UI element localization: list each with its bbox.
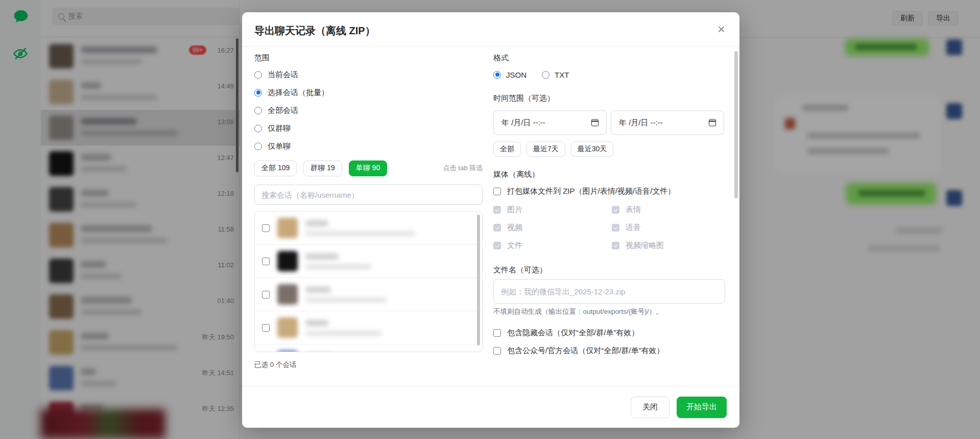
scope-option-current[interactable]: 当前会话 (254, 70, 483, 80)
filename-input[interactable] (493, 279, 725, 304)
media-type-label: 表情 (626, 205, 641, 215)
name-blur (305, 287, 331, 293)
time-filter-last30days[interactable]: 最近30天 (571, 142, 614, 157)
radio-icon[interactable] (542, 71, 549, 79)
radio-selected-icon[interactable] (493, 71, 501, 79)
scope-section-label: 范围 (254, 53, 483, 62)
media-type-voice: 语音 (612, 223, 725, 232)
conversation-item[interactable] (255, 344, 482, 352)
media-type-label: 语音 (626, 223, 641, 233)
format-option-txt[interactable]: TXT (542, 71, 569, 79)
conversation-text-blur (305, 220, 415, 236)
filter-tab-all[interactable]: 全部 109 (254, 160, 297, 176)
time-filter-last7days[interactable]: 最近7天 (527, 142, 565, 157)
format-section-label: 格式 (493, 53, 725, 62)
media-type-video-thumbnail: 视频缩略图 (612, 241, 725, 250)
avatar (277, 284, 298, 305)
checkbox-checked-disabled-icon (493, 242, 501, 249)
selected-count: 已选 0 个会话 (254, 360, 483, 369)
scope-option-singles-only[interactable]: 仅单聊 (254, 141, 483, 151)
scope-column: 范围 当前会话 选择会话（批量） 全部会话 仅群聊 仅单聊 (254, 53, 483, 386)
checkbox-checked-disabled-icon (612, 242, 619, 249)
scope-option-select-batch[interactable]: 选择会话（批量） (254, 87, 483, 98)
date-placeholder: 年 /月/日 --:-- (619, 118, 663, 128)
checkbox-icon[interactable] (262, 258, 270, 265)
filename-hint: 不填则自动生成（输出位置：output/exports/{账号}/）。 (493, 307, 725, 316)
conversation-list-scrollbar[interactable] (477, 215, 480, 345)
export-dialog: 导出聊天记录（离线 ZIP） × 范围 当前会话 选择会话（批量） 全部会话 仅… (242, 12, 739, 428)
checkbox-checked-disabled-icon (493, 224, 501, 232)
radio-icon[interactable] (254, 71, 262, 79)
scope-option-label: 当前会话 (268, 70, 298, 80)
name-blur (305, 320, 328, 326)
username-blur (305, 264, 372, 269)
checkbox-icon[interactable] (262, 224, 270, 232)
conversation-search-input[interactable] (254, 184, 483, 205)
format-options: JSON TXT (493, 70, 725, 80)
conversation-item[interactable] (255, 311, 482, 344)
conversation-item[interactable] (255, 278, 482, 311)
checkbox-icon[interactable] (262, 291, 270, 298)
time-range-section-label: 时间范围（可选） (493, 94, 725, 103)
conversation-list (254, 211, 483, 352)
include-hidden-checkbox-row[interactable]: 包含隐藏会话（仅对“全部/群/单”有效） (493, 328, 725, 338)
media-type-video: 视频 (493, 223, 612, 232)
time-quick-filters: 全部 最近7天 最近30天 (493, 142, 725, 157)
media-type-label: 视频 (507, 223, 522, 233)
start-date-input[interactable]: 年 /月/日 --:-- (493, 110, 607, 135)
filename-section-label: 文件名（可选） (493, 265, 725, 274)
conversation-filter-tabs: 全部 109 群聊 19 单聊 90 点击 tab 筛选 (254, 160, 483, 176)
conversation-item[interactable] (255, 212, 482, 245)
media-type-label: 视频缩略图 (626, 241, 664, 250)
media-section-label: 媒体（离线） (493, 170, 725, 179)
conversation-item[interactable] (255, 245, 482, 278)
checkbox-checked-disabled-icon (612, 206, 619, 214)
media-type-image: 图片 (493, 205, 612, 214)
radio-icon[interactable] (254, 143, 262, 150)
format-option-json[interactable]: JSON (493, 71, 527, 79)
checkbox-icon[interactable] (493, 188, 501, 195)
calendar-icon[interactable] (591, 119, 599, 126)
scope-option-groups-only[interactable]: 仅群聊 (254, 123, 483, 133)
radio-selected-icon[interactable] (254, 89, 262, 97)
start-export-button[interactable]: 开始导出 (677, 397, 727, 418)
avatar (277, 317, 298, 338)
checkbox-checked-disabled-icon (493, 206, 501, 214)
avatar (277, 351, 298, 352)
date-placeholder: 年 /月/日 --:-- (501, 118, 545, 128)
dialog-header: 导出聊天记录（离线 ZIP） × (242, 12, 739, 47)
scope-option-label: 仅群聊 (268, 124, 291, 133)
checkbox-icon[interactable] (262, 324, 270, 332)
checkbox-icon[interactable] (493, 329, 501, 337)
radio-icon[interactable] (254, 125, 262, 132)
conversation-text-blur (305, 253, 372, 269)
scope-option-label: 全部会话 (268, 106, 298, 115)
radio-icon[interactable] (254, 107, 262, 114)
media-type-grid: 图片 表情 视频 语音 文件 (493, 205, 725, 250)
scope-option-all[interactable]: 全部会话 (254, 105, 483, 115)
media-type-label: 图片 (507, 205, 522, 215)
conversation-text-blur (305, 320, 382, 336)
filter-tab-singles[interactable]: 单聊 90 (349, 160, 387, 176)
time-filter-all[interactable]: 全部 (493, 142, 521, 157)
filter-hint: 点击 tab 筛选 (443, 164, 483, 173)
pack-media-label: 打包媒体文件到 ZIP（图片/表情/视频/语音/文件） (507, 187, 675, 196)
filter-tab-groups[interactable]: 群聊 19 (303, 160, 342, 176)
scope-option-label: 选择会话（批量） (268, 88, 329, 98)
close-icon[interactable]: × (715, 20, 727, 38)
end-date-input[interactable]: 年 /月/日 --:-- (611, 110, 724, 135)
options-column: 格式 JSON TXT 时间范围（可选） 年 /月/日 --:-- 年 (493, 53, 725, 386)
dialog-footer: 关闭 开始导出 (242, 386, 739, 428)
calendar-icon[interactable] (709, 119, 716, 126)
include-official-checkbox-row[interactable]: 包含公众号/官方会话（仅对“全部/群/单”有效） (493, 345, 725, 356)
username-blur (305, 331, 382, 336)
dialog-scrollbar[interactable] (734, 51, 738, 198)
username-blur (305, 231, 415, 236)
format-option-label: JSON (506, 71, 527, 79)
pack-media-checkbox-row[interactable]: 打包媒体文件到 ZIP（图片/表情/视频/语音/文件） (493, 186, 725, 196)
include-hidden-label: 包含隐藏会话（仅对“全部/群/单”有效） (507, 328, 639, 338)
checkbox-icon[interactable] (493, 347, 501, 355)
include-official-label: 包含公众号/官方会话（仅对“全部/群/单”有效） (507, 346, 664, 356)
close-button[interactable]: 关闭 (631, 397, 670, 418)
avatar (277, 218, 298, 238)
